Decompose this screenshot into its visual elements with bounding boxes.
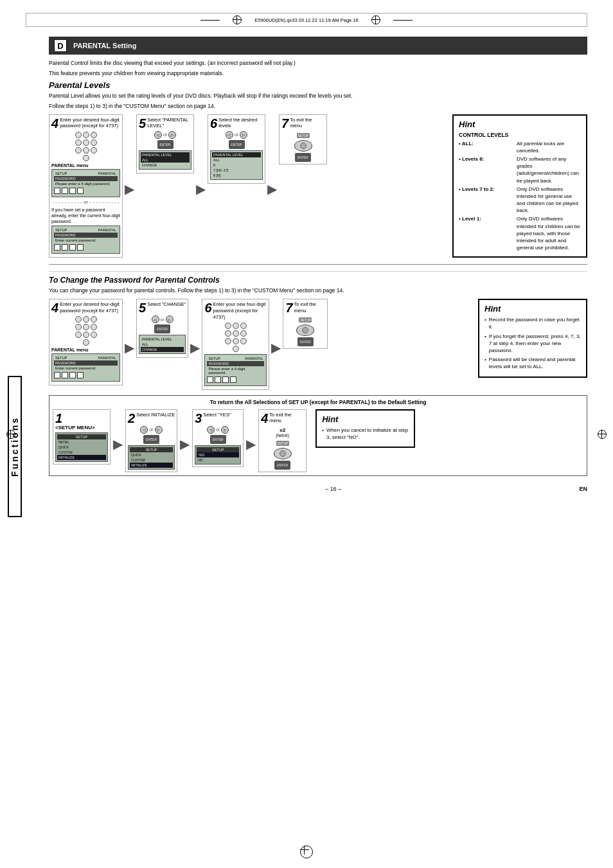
pl-r: 6 [R] [212, 173, 261, 178]
nav-left6[interactable]: ◁ [226, 131, 233, 139]
step5-number: 5 [139, 117, 146, 130]
x2-sub: (twice) [261, 433, 304, 438]
cl-desc-7-2: Only DVD softwares intended for general … [517, 186, 581, 215]
en-label: EN [579, 486, 587, 492]
hint-bullet-1-text: Record the password in case you forget i… [489, 316, 581, 330]
init-screen-2-title: SETUP [130, 447, 173, 452]
password-boxes-1 [54, 188, 118, 194]
setup-menu-screen: SETUP INITIAL QUICK CUSTOM INITIALIZE [55, 432, 108, 462]
step7-change: 7 To exit the menu SETUP ENTER [283, 299, 328, 349]
nav-right6[interactable]: ▷ [240, 131, 247, 139]
nav-left2i[interactable]: ◁ [140, 426, 148, 434]
screen-row-setup2: SETUPPARENTAL [54, 227, 118, 233]
pl-level-5c: PARENTAL LEVEL [141, 337, 184, 342]
pl-row-all: ALL [141, 157, 190, 163]
init-row-initialize: INITIALIZE [130, 463, 173, 468]
intro-text-1: Parental Control limits the disc viewing… [49, 60, 587, 67]
enter-btn-3i[interactable]: ENTER [210, 435, 226, 444]
init-screen-2: SETUP QUICK CUSTOM INITIALIZE [128, 445, 175, 470]
left-crosshair [6, 430, 15, 439]
change-screen-top: SETUPPARENTAL [54, 355, 118, 360]
init-row-quick: QUICK [130, 452, 173, 457]
arrow-2-3: ▶ [180, 436, 190, 452]
step1i-number: 1 [55, 412, 62, 425]
change-pw-boxes [54, 372, 118, 378]
step4-change: 4 Enter your desired four-digit password… [49, 299, 123, 385]
enter-btn-6[interactable]: ENTER [229, 140, 245, 149]
change-pw-title: To Change the Password for Parental Cont… [49, 271, 587, 285]
nav-left[interactable]: ◁ [154, 131, 162, 139]
printer-marks: E5900UD(EN).qx33 03.12.22 11:19 AM Page … [26, 13, 587, 27]
step5c-desc: Select "CHANGE" [147, 301, 186, 308]
step6c-desc: Enter your new four-digit password (exce… [213, 301, 267, 320]
step5-nav: ◁ or ▷ [139, 131, 191, 139]
enter-btn-4i[interactable]: ENTER [274, 461, 290, 470]
step6-change: 6 Enter your new four-digit password (ex… [202, 299, 269, 389]
change-steps-cols: 4 Enter your desired four-digit password… [49, 299, 469, 389]
step5-parental: 5 Select "PARENTAL LEVEL" ◁ or ▷ ENTER P… [136, 114, 194, 173]
parental-steps-row: 4 Enter your desired four-digit password… [49, 114, 587, 258]
nav-right[interactable]: ▷ [168, 131, 176, 139]
arrow-5-6: ▶ [196, 181, 206, 197]
step4c-desc: Enter your desired four-digit password (… [60, 301, 120, 314]
setup-btn-7c[interactable]: SETUP [299, 317, 312, 323]
cl-label-7-2: • Levels 7 to 2: [459, 186, 510, 215]
functions-tab: Functions [8, 376, 22, 517]
hint-box-change: Hint • Record the password in case you f… [478, 299, 587, 377]
change-screen-pw: PASSWORD [54, 360, 118, 366]
password-boxes-2 [54, 244, 118, 251]
cl-label-8: • Levels 8: [459, 155, 510, 184]
page-number: – 16 – [87, 486, 579, 492]
screen-row-prompt1: Please enter a 4-digit password. [54, 181, 118, 186]
arrow-1-2: ▶ [113, 436, 123, 452]
hint-init-bullet: • When you cancel to initialize at step … [322, 427, 409, 441]
step2i-desc: Select INITIALIZE [136, 412, 175, 418]
setup-menu-label: <SETUP MENU> [55, 425, 108, 430]
arrow-4-5: ▶ [125, 181, 134, 197]
setup-btn-4i[interactable]: SETUP [276, 441, 289, 446]
screen-row-prompt2: Enter current password. [54, 238, 118, 243]
cl-title: CONTROL LEVELS [459, 132, 581, 138]
step2i-nav: ◁ or ▷ [128, 426, 175, 434]
step5c-nav: ◁ or ▷ [139, 315, 186, 323]
enter-btn-2i[interactable]: ENTER [143, 435, 159, 444]
pl-screen-5c: PARENTAL LEVEL ALL CHANGE [139, 335, 186, 354]
hint-title-change: Hint [484, 304, 581, 314]
nav-left5c[interactable]: ◁ [152, 315, 159, 323]
nav-right5c[interactable]: ▷ [166, 315, 173, 323]
enter-btn-7c[interactable]: ENTER [298, 337, 314, 346]
step5c-number: 5 [139, 301, 146, 314]
nav-left3i[interactable]: ◁ [207, 426, 215, 434]
pl-all-5c: ALL [141, 342, 184, 347]
functions-label: Functions [10, 416, 20, 477]
enter-btn-5c[interactable]: ENTER [154, 324, 170, 333]
section-header: D PARENTAL Setting [49, 37, 587, 55]
hint-title-init: Hint [322, 414, 409, 424]
step6-parental: 6 Select the desired levels ◁ or ▷ ENTER… [208, 114, 265, 184]
enter-btn-7[interactable]: ENTER [295, 153, 311, 162]
step6-nav: ◁ or ▷ [210, 131, 263, 139]
enter-btn-5[interactable]: ENTER [157, 140, 173, 149]
change-pw-steps-row: 4 Enter your desired four-digit password… [49, 299, 587, 389]
parental-levels-title: Parental Levels [49, 80, 587, 90]
pl-screen-6: PARENTAL LEVEL ALL 8 7 [NC-17] 6 [R] [210, 150, 263, 180]
nav-right2i[interactable]: ▷ [155, 426, 163, 434]
hint-box-init: Hint • When you cancel to initialize at … [315, 409, 415, 448]
section-letter: D [54, 39, 67, 52]
pl-row-change: CHANGE [141, 163, 190, 168]
pl-nc17: 7 [NC-17] [212, 168, 261, 173]
step2i-number: 2 [128, 412, 135, 425]
hint-init-bullet-text: When you cancel to initialize at step 3,… [326, 427, 409, 441]
step7-desc: To exit the menu [290, 117, 324, 130]
step5-change: 5 Select "CHANGE" ◁ or ▷ ENTER PARENTAL … [136, 299, 188, 358]
or-desc: If you have set a password already, ente… [51, 207, 120, 224]
step7-number: 7 [281, 117, 289, 130]
pl-row-level: PARENTAL LEVEL [141, 152, 190, 157]
setup-btn-7[interactable]: SETUP [297, 133, 310, 138]
init-row-custom: CUSTOM [130, 457, 173, 463]
parental-levels-desc: Parental Level allows you to set the rat… [49, 93, 587, 100]
page-footer: – 16 – EN [49, 486, 587, 492]
nav-right3i[interactable]: ▷ [221, 426, 229, 434]
screen-row-password: PASSWORD [54, 176, 118, 181]
init-title: To return the All Selections of SET UP (… [53, 399, 583, 405]
